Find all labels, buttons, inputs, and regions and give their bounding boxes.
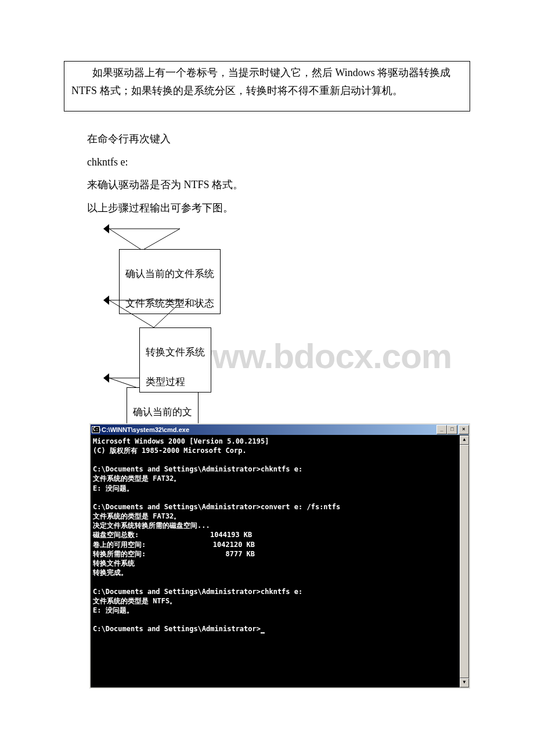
cmd-output[interactable]: Microsoft Windows 2000 [Version 5.00.219… xyxy=(91,435,460,687)
callout-2-line1: 转换文件系统 xyxy=(146,347,205,358)
body-p2: chkntfs e: xyxy=(87,151,447,174)
note-text: 如果驱动器上有一个卷标号，当提示时键入它，然后 Windows 将驱动器转换成 … xyxy=(71,64,463,99)
close-button[interactable]: × xyxy=(459,425,469,434)
cursor-icon xyxy=(261,632,265,633)
cmd-title: C:\WINNT\system32\cmd.exe xyxy=(102,424,436,435)
svg-line-5 xyxy=(109,300,154,327)
svg-line-7 xyxy=(154,300,183,327)
scroll-track[interactable] xyxy=(460,445,469,678)
scroll-down-button[interactable]: ▼ xyxy=(460,678,469,687)
body-p3: 来确认驱动器是否为 NTFS 格式。 xyxy=(87,174,447,197)
scroll-up-button[interactable]: ▲ xyxy=(460,435,469,445)
svg-line-3 xyxy=(142,229,180,250)
callout-2-line2: 类型过程 xyxy=(146,376,185,387)
scroll-thumb[interactable] xyxy=(460,445,469,678)
callout-1-line1: 确认当前的文件系统 xyxy=(125,268,214,279)
callout-diagram: www.bdocx.com 确认当前的文件系统 文件系统类型和状态 转换文件系统… xyxy=(99,220,470,423)
svg-marker-0 xyxy=(103,224,109,233)
cmd-prompt-icon: C:\ xyxy=(92,426,100,433)
svg-marker-4 xyxy=(103,296,109,305)
cmd-window: C:\ C:\WINNT\system32\cmd.exe _ □ × Micr… xyxy=(89,423,470,689)
scrollbar[interactable]: ▲ ▼ xyxy=(460,435,469,687)
minimize-button[interactable]: _ xyxy=(436,425,447,434)
body-p1: 在命令行再次键入 xyxy=(87,128,447,151)
maximize-button[interactable]: □ xyxy=(447,425,457,434)
callout-2: 转换文件系统 类型过程 xyxy=(139,327,211,393)
callout-3-line1: 确认当前的文 xyxy=(133,406,192,417)
watermark: www.bdocx.com xyxy=(186,336,452,376)
body-p4: 以上步骤过程输出可参考下图。 xyxy=(87,197,447,220)
svg-line-1 xyxy=(109,229,142,250)
note-box: 如果驱动器上有一个卷标号，当提示时键入它，然后 Windows 将驱动器转换成 … xyxy=(64,61,470,111)
cmd-titlebar[interactable]: C:\ C:\WINNT\system32\cmd.exe _ □ × xyxy=(91,424,469,435)
arrow-2 xyxy=(99,291,215,332)
svg-marker-8 xyxy=(103,373,109,383)
